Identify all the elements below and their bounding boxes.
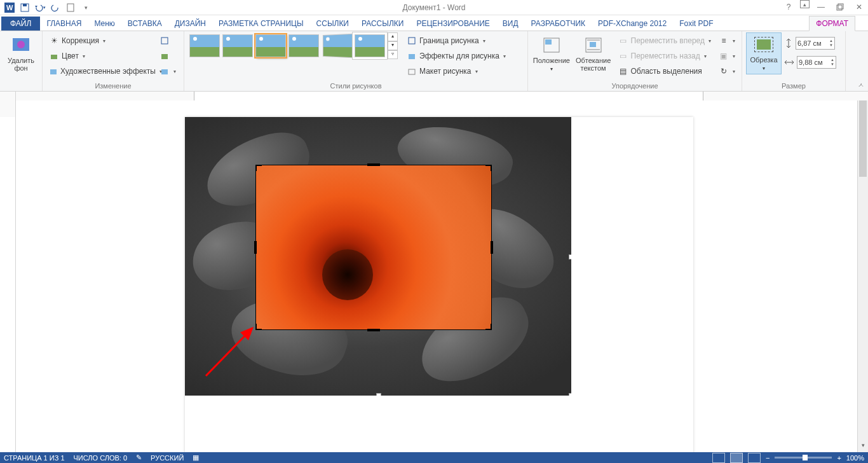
new-doc-icon[interactable] [64, 1, 78, 15]
view-read-icon[interactable] [712, 453, 725, 463]
selection-handle-r[interactable] [569, 254, 571, 259]
group-label-arrange: Упорядочение [532, 81, 738, 91]
customize-qa-icon[interactable]: ▾ [79, 1, 93, 15]
tab-review[interactable]: РЕЦЕНЗИРОВАНИЕ [410, 17, 496, 31]
reset-icon [159, 66, 170, 76]
picture-layout-button[interactable]: Макет рисунка▾ [404, 64, 508, 78]
svg-rect-6 [838, 4, 843, 9]
crop-handle-t[interactable] [367, 163, 380, 166]
picture-object[interactable] [185, 117, 571, 396]
crop-selection[interactable] [256, 165, 491, 329]
text-wrap-button[interactable]: Обтекание текстом [574, 32, 613, 72]
group-label-adjust: Изменение [46, 81, 180, 91]
minimize-icon[interactable]: — [813, 0, 829, 14]
crop-handle-r[interactable] [491, 241, 493, 254]
tab-pdfxchange[interactable]: PDF-XChange 2012 [592, 17, 673, 31]
align-button[interactable]: ≡▾ [716, 34, 738, 48]
tab-file[interactable]: ФАЙЛ [1, 17, 40, 31]
status-macro-icon[interactable]: ▦ [193, 453, 199, 462]
style-thumb-2[interactable] [222, 34, 253, 57]
crop-button[interactable]: Обрезка▾ [746, 32, 782, 74]
gallery-scroll[interactable]: ▴▾▿ [388, 32, 398, 59]
height-field[interactable]: 6,87 см▲▼ [784, 36, 836, 50]
tab-design[interactable]: ДИЗАЙН [168, 17, 212, 31]
picture-styles-gallery[interactable]: ▴▾▿ [188, 32, 398, 59]
ribbon-tabs: ФАЙЛ ГЛАВНАЯ Меню ВСТАВКА ДИЗАЙН РАЗМЕТК… [0, 15, 868, 31]
vertical-ruler[interactable] [0, 100, 16, 452]
page [185, 117, 693, 452]
document-area[interactable] [16, 100, 857, 452]
selection-handle-br[interactable] [569, 393, 571, 396]
restore-icon[interactable] [832, 0, 848, 14]
zoom-slider[interactable] [775, 457, 832, 459]
word-icon[interactable]: W [3, 1, 17, 15]
tab-references[interactable]: ССЫЛКИ [310, 17, 355, 31]
style-thumb-5[interactable] [323, 34, 353, 58]
tab-insert[interactable]: ВСТАВКА [121, 17, 168, 31]
svg-rect-16 [409, 69, 415, 74]
align-icon: ≡ [719, 36, 729, 46]
picture-effects-button[interactable]: Эффекты для рисунка▾ [404, 49, 508, 63]
color-button[interactable]: Цвет▾ [46, 49, 154, 63]
scrollbar-thumb[interactable] [859, 100, 867, 177]
help-icon[interactable]: ? [781, 0, 796, 14]
style-thumb-6[interactable] [355, 34, 385, 57]
status-language[interactable]: РУССКИЙ [151, 454, 184, 462]
crop-handle-bl[interactable] [255, 324, 262, 330]
tab-home[interactable]: ГЛАВНАЯ [40, 17, 88, 31]
zoom-in-icon[interactable]: + [837, 454, 841, 462]
tab-view[interactable]: ВИД [496, 17, 525, 31]
position-button[interactable]: Положение▾ [532, 32, 571, 73]
width-spinner[interactable]: ▲▼ [831, 58, 834, 67]
reset-picture-button[interactable]: ▾ [157, 64, 179, 78]
width-field[interactable]: 9,88 см▲▼ [784, 55, 836, 69]
tab-foxit[interactable]: Foxit PDF [673, 17, 719, 31]
svg-rect-4 [67, 4, 74, 11]
crop-handle-b[interactable] [367, 329, 380, 331]
selection-pane-button[interactable]: ▤Область выделения [616, 64, 714, 78]
crop-handle-tl[interactable] [255, 165, 262, 171]
undo-icon[interactable]: ▾ [33, 1, 47, 15]
svg-rect-3 [23, 4, 27, 6]
height-spinner[interactable]: ▲▼ [829, 39, 833, 48]
zoom-out-icon[interactable]: − [766, 454, 770, 462]
status-proofing-icon[interactable]: ✎ [136, 453, 142, 462]
crop-handle-l[interactable] [254, 241, 257, 254]
position-icon [541, 35, 562, 55]
svg-rect-14 [409, 38, 415, 44]
picture-border-button[interactable]: Граница рисунка▾ [404, 34, 508, 48]
scroll-down-icon[interactable]: ▾ [858, 442, 868, 452]
tab-layout[interactable]: РАЗМЕТКА СТРАНИЦЫ [212, 17, 310, 31]
artistic-effects-button[interactable]: Художественные эффекты▾ [46, 64, 154, 78]
remove-background-button[interactable]: Удалить фон [4, 32, 38, 72]
tab-format[interactable]: ФОРМАТ [809, 16, 855, 31]
svg-rect-13 [161, 69, 168, 74]
status-page[interactable]: СТРАНИЦА 1 ИЗ 1 [4, 454, 65, 462]
close-icon[interactable]: ✕ [851, 0, 867, 14]
view-web-icon[interactable] [748, 453, 761, 463]
tab-developer[interactable]: РАЗРАБОТЧИК [525, 17, 592, 31]
redo-icon[interactable] [48, 1, 62, 15]
compress-pictures-button[interactable] [157, 34, 179, 48]
svg-rect-11 [161, 38, 168, 44]
crop-handle-br[interactable] [485, 324, 492, 330]
style-thumb-4[interactable] [288, 34, 319, 57]
vertical-scrollbar[interactable]: ▴ ▾ [857, 100, 868, 452]
selection-handle-b[interactable] [376, 393, 381, 396]
view-print-icon[interactable] [730, 453, 743, 463]
ribbon-display-icon[interactable]: ▴ [800, 0, 810, 8]
style-thumb-1[interactable] [189, 34, 220, 57]
layout-icon [407, 66, 417, 76]
style-thumb-3[interactable] [255, 34, 286, 57]
change-picture-button[interactable] [157, 49, 179, 63]
zoom-level[interactable]: 100% [846, 454, 864, 462]
status-word-count[interactable]: ЧИСЛО СЛОВ: 0 [74, 454, 128, 462]
collapse-ribbon-icon[interactable]: ㅅ [858, 81, 864, 90]
tab-mailings[interactable]: РАССЫЛКИ [355, 17, 410, 31]
crop-handle-tr[interactable] [485, 165, 492, 171]
tab-menu[interactable]: Меню [88, 17, 121, 31]
corrections-button[interactable]: ☀Коррекция▾ [46, 34, 154, 48]
rotate-button[interactable]: ↻▾ [716, 64, 738, 78]
save-icon[interactable] [18, 1, 32, 15]
rotate-icon: ↻ [719, 66, 729, 76]
